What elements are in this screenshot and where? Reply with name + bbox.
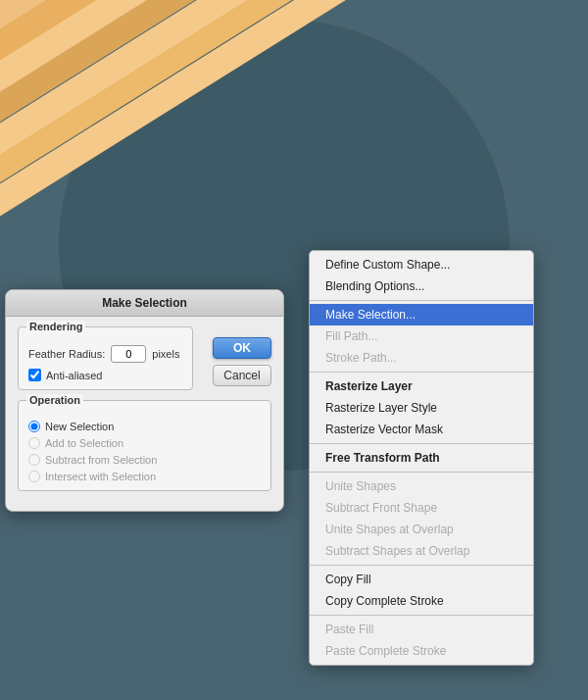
menu-divider-3 [310, 443, 533, 444]
feather-unit: pixels [152, 348, 179, 360]
menu-copy-fill[interactable]: Copy Fill [310, 569, 533, 590]
dialog-title: Make Selection [6, 290, 283, 317]
menu-subtract-front-shape: Subtract Front Shape [310, 497, 533, 519]
radio-intersect-selection-input[interactable] [28, 471, 40, 482]
menu-blending-options[interactable]: Blending Options... [310, 275, 533, 297]
radio-group: New Selection Add to Selection Subtract … [28, 421, 261, 482]
make-selection-dialog: Make Selection Rendering Feather Radius:… [5, 289, 284, 512]
radio-add-selection-input[interactable] [28, 437, 40, 449]
anti-aliased-checkbox[interactable] [28, 369, 41, 381]
menu-unite-shapes: Unite Shapes [310, 475, 533, 497]
menu-rasterize-layer-style[interactable]: Rasterize Layer Style [310, 397, 533, 419]
menu-subtract-shapes-overlap: Subtract Shapes at Overlap [310, 540, 533, 562]
radio-subtract-selection-label: Subtract from Selection [45, 454, 157, 466]
menu-free-transform-path[interactable]: Free Transform Path [310, 447, 533, 469]
radio-new-selection-label: New Selection [45, 421, 114, 432]
menu-fill-path: Fill Path... [310, 325, 533, 347]
menu-divider-5 [310, 565, 533, 566]
radio-subtract-selection-input[interactable] [28, 454, 40, 466]
radio-add-selection: Add to Selection [28, 437, 261, 449]
feather-row: Feather Radius: pixels [28, 345, 182, 363]
rendering-group: Rendering Feather Radius: pixels Anti-al… [18, 326, 193, 390]
menu-make-selection[interactable]: Make Selection... [310, 304, 533, 325]
radio-add-selection-label: Add to Selection [45, 437, 123, 449]
operation-group: Operation New Selection Add to Selection… [18, 400, 271, 491]
menu-unite-shapes-overlap: Unite Shapes at Overlap [310, 519, 533, 540]
menu-copy-complete-stroke[interactable]: Copy Complete Stroke [310, 590, 533, 612]
menu-rasterize-vector-mask[interactable]: Rasterize Vector Mask [310, 419, 533, 440]
menu-define-custom-shape[interactable]: Define Custom Shape... [310, 254, 533, 275]
menu-stroke-path: Stroke Path... [310, 347, 533, 369]
radio-new-selection-input[interactable] [28, 421, 40, 432]
ok-button[interactable]: OK [213, 337, 271, 359]
menu-paste-complete-stroke: Paste Complete Stroke [310, 640, 533, 662]
radio-new-selection: New Selection [28, 421, 261, 432]
menu-divider-2 [310, 372, 533, 373]
dialog-body: Rendering Feather Radius: pixels Anti-al… [6, 317, 283, 511]
menu-divider-6 [310, 615, 533, 616]
cancel-button[interactable]: Cancel [213, 365, 271, 386]
anti-aliased-row: Anti-aliased [28, 369, 182, 381]
dialog-buttons: OK Cancel [213, 337, 271, 386]
feather-label: Feather Radius: [28, 348, 105, 360]
menu-divider-4 [310, 472, 533, 473]
rendering-label: Rendering [26, 321, 85, 332]
anti-aliased-label: Anti-aliased [46, 370, 102, 381]
feather-radius-input[interactable] [111, 345, 146, 363]
radio-intersect-selection: Intersect with Selection [28, 471, 261, 482]
menu-rasterize-layer[interactable]: Rasterize Layer [310, 375, 533, 397]
context-menu: Define Custom Shape... Blending Options.… [309, 250, 534, 666]
operation-label: Operation [26, 394, 83, 406]
radio-intersect-selection-label: Intersect with Selection [45, 471, 156, 482]
menu-paste-fill: Paste Fill [310, 619, 533, 640]
radio-subtract-selection: Subtract from Selection [28, 454, 261, 466]
menu-divider-1 [310, 300, 533, 301]
